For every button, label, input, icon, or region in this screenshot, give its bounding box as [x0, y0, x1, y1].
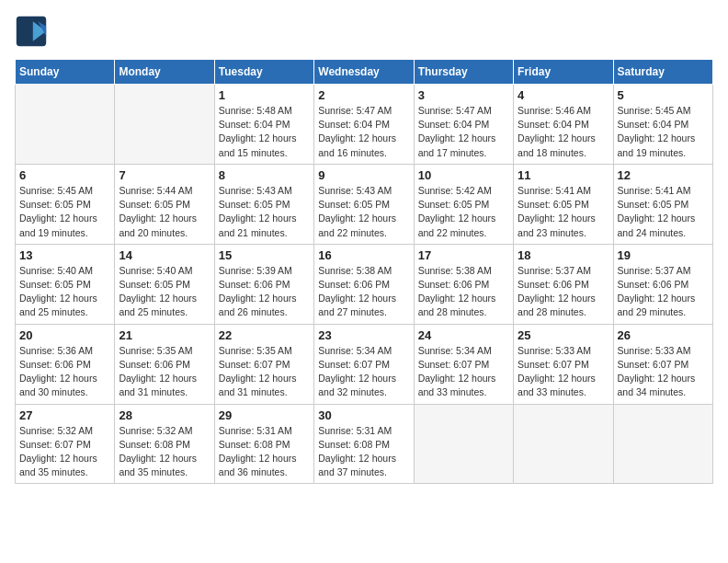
day-number: 18	[518, 248, 609, 262]
day-number: 24	[418, 328, 509, 342]
day-number: 26	[618, 328, 709, 342]
day-info: Sunrise: 5:31 AM Sunset: 6:08 PM Dayligh…	[219, 424, 310, 480]
calendar-day-cell: 6Sunrise: 5:45 AM Sunset: 6:05 PM Daylig…	[16, 164, 115, 244]
calendar-day-cell	[514, 404, 613, 484]
calendar-day-cell: 18Sunrise: 5:37 AM Sunset: 6:06 PM Dayli…	[514, 244, 613, 324]
header	[15, 15, 713, 48]
calendar-day-cell	[115, 85, 214, 165]
day-info: Sunrise: 5:32 AM Sunset: 6:07 PM Dayligh…	[19, 424, 110, 480]
day-info: Sunrise: 5:39 AM Sunset: 6:06 PM Dayligh…	[219, 264, 310, 320]
calendar-day-cell: 29Sunrise: 5:31 AM Sunset: 6:08 PM Dayli…	[214, 404, 313, 484]
calendar-week-row: 27Sunrise: 5:32 AM Sunset: 6:07 PM Dayli…	[16, 404, 713, 484]
weekday-header: Saturday	[613, 60, 712, 85]
calendar-day-cell: 12Sunrise: 5:41 AM Sunset: 6:05 PM Dayli…	[613, 164, 712, 244]
day-number: 6	[19, 168, 110, 182]
day-number: 2	[318, 88, 409, 102]
calendar-day-cell: 23Sunrise: 5:34 AM Sunset: 6:07 PM Dayli…	[314, 324, 414, 404]
day-info: Sunrise: 5:44 AM Sunset: 6:05 PM Dayligh…	[119, 184, 210, 240]
calendar-day-cell: 7Sunrise: 5:44 AM Sunset: 6:05 PM Daylig…	[115, 164, 214, 244]
logo	[15, 15, 51, 48]
calendar-day-cell: 30Sunrise: 5:31 AM Sunset: 6:08 PM Dayli…	[314, 404, 414, 484]
calendar-day-cell: 4Sunrise: 5:46 AM Sunset: 6:04 PM Daylig…	[514, 85, 613, 165]
calendar-header-row: SundayMondayTuesdayWednesdayThursdayFrid…	[16, 60, 713, 85]
calendar-day-cell: 14Sunrise: 5:40 AM Sunset: 6:05 PM Dayli…	[115, 244, 214, 324]
logo-icon	[15, 15, 48, 48]
day-number: 1	[219, 88, 310, 102]
calendar-day-cell: 25Sunrise: 5:33 AM Sunset: 6:07 PM Dayli…	[514, 324, 613, 404]
day-info: Sunrise: 5:32 AM Sunset: 6:08 PM Dayligh…	[119, 424, 210, 480]
day-number: 21	[119, 328, 210, 342]
day-number: 10	[418, 168, 509, 182]
day-number: 5	[618, 88, 709, 102]
day-info: Sunrise: 5:36 AM Sunset: 6:06 PM Dayligh…	[19, 344, 110, 400]
day-number: 8	[219, 168, 310, 182]
day-info: Sunrise: 5:37 AM Sunset: 6:06 PM Dayligh…	[518, 264, 609, 320]
day-info: Sunrise: 5:47 AM Sunset: 6:04 PM Dayligh…	[418, 104, 509, 160]
day-info: Sunrise: 5:37 AM Sunset: 6:06 PM Dayligh…	[618, 264, 709, 320]
day-info: Sunrise: 5:31 AM Sunset: 6:08 PM Dayligh…	[318, 424, 409, 480]
day-number: 3	[418, 88, 509, 102]
day-info: Sunrise: 5:43 AM Sunset: 6:05 PM Dayligh…	[219, 184, 310, 240]
calendar-day-cell: 26Sunrise: 5:33 AM Sunset: 6:07 PM Dayli…	[613, 324, 712, 404]
day-info: Sunrise: 5:35 AM Sunset: 6:06 PM Dayligh…	[119, 344, 210, 400]
calendar-table: SundayMondayTuesdayWednesdayThursdayFrid…	[15, 59, 713, 484]
weekday-header: Thursday	[414, 60, 513, 85]
calendar-week-row: 20Sunrise: 5:36 AM Sunset: 6:06 PM Dayli…	[16, 324, 713, 404]
day-info: Sunrise: 5:33 AM Sunset: 6:07 PM Dayligh…	[518, 344, 609, 400]
day-info: Sunrise: 5:48 AM Sunset: 6:04 PM Dayligh…	[219, 104, 310, 160]
calendar-day-cell: 9Sunrise: 5:43 AM Sunset: 6:05 PM Daylig…	[314, 164, 414, 244]
day-info: Sunrise: 5:40 AM Sunset: 6:05 PM Dayligh…	[19, 264, 110, 320]
weekday-header: Wednesday	[314, 60, 414, 85]
day-info: Sunrise: 5:40 AM Sunset: 6:05 PM Dayligh…	[119, 264, 210, 320]
calendar-day-cell: 11Sunrise: 5:41 AM Sunset: 6:05 PM Dayli…	[514, 164, 613, 244]
day-info: Sunrise: 5:47 AM Sunset: 6:04 PM Dayligh…	[318, 104, 409, 160]
day-number: 12	[618, 168, 709, 182]
day-number: 11	[518, 168, 609, 182]
day-number: 22	[219, 328, 310, 342]
day-info: Sunrise: 5:38 AM Sunset: 6:06 PM Dayligh…	[318, 264, 409, 320]
day-number: 16	[318, 248, 409, 262]
calendar-day-cell: 19Sunrise: 5:37 AM Sunset: 6:06 PM Dayli…	[613, 244, 712, 324]
calendar-day-cell: 10Sunrise: 5:42 AM Sunset: 6:05 PM Dayli…	[414, 164, 513, 244]
calendar-week-row: 1Sunrise: 5:48 AM Sunset: 6:04 PM Daylig…	[16, 85, 713, 165]
day-number: 4	[518, 88, 609, 102]
calendar-day-cell: 22Sunrise: 5:35 AM Sunset: 6:07 PM Dayli…	[214, 324, 313, 404]
day-number: 25	[518, 328, 609, 342]
calendar-day-cell: 2Sunrise: 5:47 AM Sunset: 6:04 PM Daylig…	[314, 85, 414, 165]
calendar-day-cell: 3Sunrise: 5:47 AM Sunset: 6:04 PM Daylig…	[414, 85, 513, 165]
day-number: 9	[318, 168, 409, 182]
calendar-day-cell: 15Sunrise: 5:39 AM Sunset: 6:06 PM Dayli…	[214, 244, 313, 324]
day-number: 30	[318, 408, 409, 422]
day-info: Sunrise: 5:34 AM Sunset: 6:07 PM Dayligh…	[318, 344, 409, 400]
day-number: 13	[19, 248, 110, 262]
calendar-day-cell	[613, 404, 712, 484]
calendar-day-cell: 20Sunrise: 5:36 AM Sunset: 6:06 PM Dayli…	[16, 324, 115, 404]
weekday-header: Sunday	[16, 60, 115, 85]
day-number: 27	[19, 408, 110, 422]
calendar-day-cell: 24Sunrise: 5:34 AM Sunset: 6:07 PM Dayli…	[414, 324, 513, 404]
day-number: 29	[219, 408, 310, 422]
day-number: 7	[119, 168, 210, 182]
day-info: Sunrise: 5:46 AM Sunset: 6:04 PM Dayligh…	[518, 104, 609, 160]
weekday-header: Tuesday	[214, 60, 313, 85]
day-info: Sunrise: 5:33 AM Sunset: 6:07 PM Dayligh…	[618, 344, 709, 400]
day-info: Sunrise: 5:41 AM Sunset: 6:05 PM Dayligh…	[518, 184, 609, 240]
day-info: Sunrise: 5:41 AM Sunset: 6:05 PM Dayligh…	[618, 184, 709, 240]
day-info: Sunrise: 5:35 AM Sunset: 6:07 PM Dayligh…	[219, 344, 310, 400]
weekday-header: Friday	[514, 60, 613, 85]
day-info: Sunrise: 5:42 AM Sunset: 6:05 PM Dayligh…	[418, 184, 509, 240]
calendar-day-cell: 13Sunrise: 5:40 AM Sunset: 6:05 PM Dayli…	[16, 244, 115, 324]
calendar-day-cell	[16, 85, 115, 165]
calendar-day-cell: 27Sunrise: 5:32 AM Sunset: 6:07 PM Dayli…	[16, 404, 115, 484]
day-number: 28	[119, 408, 210, 422]
calendar-week-row: 6Sunrise: 5:45 AM Sunset: 6:05 PM Daylig…	[16, 164, 713, 244]
calendar-day-cell: 1Sunrise: 5:48 AM Sunset: 6:04 PM Daylig…	[214, 85, 313, 165]
weekday-header: Monday	[115, 60, 214, 85]
day-number: 14	[119, 248, 210, 262]
calendar-day-cell	[414, 404, 513, 484]
calendar-day-cell: 16Sunrise: 5:38 AM Sunset: 6:06 PM Dayli…	[314, 244, 414, 324]
day-info: Sunrise: 5:45 AM Sunset: 6:04 PM Dayligh…	[618, 104, 709, 160]
day-info: Sunrise: 5:34 AM Sunset: 6:07 PM Dayligh…	[418, 344, 509, 400]
day-number: 17	[418, 248, 509, 262]
calendar-day-cell: 8Sunrise: 5:43 AM Sunset: 6:05 PM Daylig…	[214, 164, 313, 244]
